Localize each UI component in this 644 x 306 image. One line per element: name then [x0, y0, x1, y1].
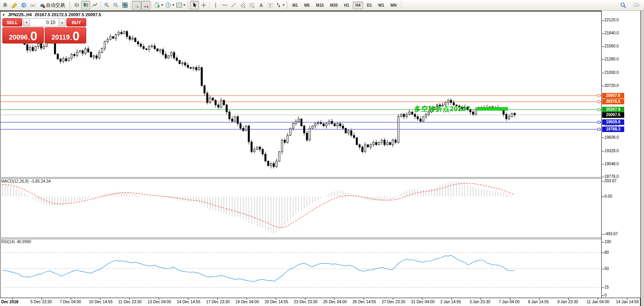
chart-line-button[interactable]: [90, 1, 99, 9]
axis-tick-label: 15: [604, 285, 609, 290]
tile-windows-icon: [122, 2, 128, 8]
equidistant-channel-icon: E: [240, 2, 246, 8]
autotrading-button[interactable]: 自动交易: [37, 1, 68, 9]
search-icon: [620, 2, 627, 9]
time-tick: [129, 298, 130, 300]
sell-button[interactable]: SELL: [2, 18, 22, 26]
buy-price-main: 20119: [51, 33, 70, 42]
toolbar-grip[interactable]: [286, 1, 288, 9]
time-label: 26 Dec 14:55: [352, 300, 376, 304]
down-arrow-icon: ▼: [25, 21, 28, 24]
rsi-pane[interactable]: [0, 239, 601, 298]
rsi-name: RSI(14): [1, 240, 15, 244]
metaeditor-button[interactable]: [10, 1, 19, 9]
time-label: 19 Dec 04:00: [235, 300, 259, 304]
chart-annotation: 多空转折点20207: [414, 104, 470, 113]
timeframe-w1[interactable]: W1: [375, 2, 387, 9]
templates-button[interactable]: [175, 1, 186, 9]
trade-panel-toggle[interactable]: ▲: [2, 13, 5, 17]
buy-button[interactable]: BUY: [66, 18, 86, 26]
bar-chart-icon: [74, 2, 80, 8]
candlestick-chart-icon: [83, 2, 89, 8]
time-tick: [246, 298, 247, 300]
toolbar-grip[interactable]: [187, 1, 188, 9]
toolbar-grip[interactable]: [69, 1, 70, 9]
channel-tool[interactable]: E: [238, 1, 247, 9]
metaeditor-icon: [11, 2, 18, 8]
chart-candles-button[interactable]: [81, 1, 90, 9]
market-button[interactable]: [19, 1, 28, 9]
timeframe-m5[interactable]: M5: [301, 2, 313, 9]
main-toolbar: 单 自动交易: [0, 0, 644, 11]
macd-name: MACD(12,26,9): [1, 179, 28, 183]
auto-scroll-button[interactable]: [132, 1, 141, 9]
new-order-button[interactable]: 单: [1, 1, 10, 9]
timeframe-m1[interactable]: M1: [290, 2, 301, 9]
price-chart-pane[interactable]: [0, 12, 601, 177]
cursor-button[interactable]: [190, 1, 199, 9]
time-tick: [510, 298, 510, 300]
volume-input[interactable]: 0.10: [30, 19, 59, 26]
time-tick: [393, 298, 393, 300]
text-label-tool[interactable]: T: [265, 1, 275, 9]
indicators-button[interactable]: [153, 1, 164, 9]
zoom-in-button[interactable]: [102, 1, 111, 9]
market-icon: [21, 2, 27, 8]
buy-price-button[interactable]: 20119.0: [45, 27, 86, 43]
text-tool[interactable]: A: [256, 1, 265, 9]
time-label: 9 Jan 23:30: [557, 300, 578, 304]
time-tick: [188, 298, 188, 300]
timeframe-h1[interactable]: H1: [341, 2, 352, 9]
price-axis[interactable]: 22120.021840.021560.021280.021000.020720…: [601, 11, 640, 298]
timeframe-mn[interactable]: MN: [388, 2, 400, 9]
timeframe-m15[interactable]: M15: [313, 2, 326, 9]
horizontal-line-tool[interactable]: [220, 1, 229, 9]
macd-pane[interactable]: [0, 179, 601, 238]
timeframe-h4[interactable]: H4: [353, 2, 364, 9]
time-label: 10 Dec 14:55: [89, 300, 113, 304]
line-chart-icon: [92, 2, 98, 8]
axis-tick-label: 22120.0: [604, 18, 619, 23]
volume-stepper: ▼ 0.10 ▲: [23, 18, 66, 26]
sell-price-button[interactable]: 20096.0: [2, 27, 44, 43]
search-button[interactable]: [619, 1, 628, 9]
tile-windows-button[interactable]: [120, 1, 129, 9]
time-tick: [276, 298, 276, 300]
crosshair-icon: [201, 2, 207, 8]
chat-button[interactable]: [632, 1, 641, 9]
arrows-tool[interactable]: [275, 1, 286, 9]
trendline-tool[interactable]: [229, 1, 238, 9]
svg-text:T: T: [269, 4, 271, 8]
ohlc-values: 20167.5 20172.5 20097.5 20097.5: [34, 12, 101, 17]
toolbar-separator: [152, 1, 152, 9]
toolbar-separator: [209, 1, 210, 9]
timeframe-m30[interactable]: M30: [327, 2, 340, 9]
time-label: 14 Jan 14:55: [616, 300, 639, 304]
periods-button[interactable]: [164, 1, 175, 9]
signals-button[interactable]: [28, 1, 37, 9]
volume-decrease-button[interactable]: ▼: [23, 19, 30, 26]
window-edge-strip: [641, 11, 644, 306]
axis-tick-label: 21560.0: [604, 44, 619, 49]
time-label: 14 Dec 14:55: [177, 300, 201, 304]
time-axis[interactable]: Dec 20185 Dec 23:307 Dec 04:0010 Dec 14:…: [0, 298, 640, 306]
text-label-icon: T: [267, 2, 273, 8]
time-tick: [334, 298, 335, 300]
zoom-out-icon: [113, 2, 119, 8]
price-badge: 20507.6: [602, 93, 624, 98]
timeframe-d1[interactable]: D1: [364, 2, 375, 9]
fibonacci-tool[interactable]: F: [247, 1, 256, 9]
rsi-value: 46.9990: [17, 240, 31, 244]
chevron-down-icon: [183, 4, 186, 6]
crosshair-button[interactable]: [199, 1, 208, 9]
chart-shift-button[interactable]: [141, 1, 150, 9]
time-tick: [42, 298, 42, 300]
time-label: 13 Dec 04:00: [148, 300, 171, 304]
one-click-trading-panel: SELL ▼ 0.10 ▲ BUY 20096.0 20119.0: [2, 18, 86, 43]
volume-increase-button[interactable]: ▲: [59, 19, 65, 26]
cursor-icon: [191, 2, 198, 8]
chart-bars-button[interactable]: [72, 1, 81, 9]
zoom-out-button[interactable]: [111, 1, 120, 9]
time-tick: [12, 298, 13, 300]
vertical-line-tool[interactable]: [211, 1, 220, 9]
